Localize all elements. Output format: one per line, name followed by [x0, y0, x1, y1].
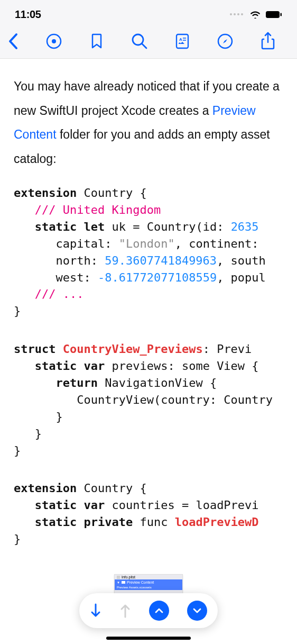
- svg-point-3: [52, 39, 56, 43]
- code-block-2: struct CountryView_Previews: Previ stati…: [14, 341, 283, 459]
- svg-line-5: [142, 44, 146, 48]
- status-bar: 11:05: [0, 0, 297, 26]
- svg-rect-6: [177, 34, 188, 48]
- compass-icon: [217, 33, 234, 50]
- next-button[interactable]: [187, 601, 207, 621]
- scroll-up-button: [119, 603, 131, 618]
- prev-button[interactable]: [149, 601, 169, 621]
- record-circle-icon: [45, 33, 62, 50]
- toolbar: A: [0, 26, 297, 59]
- reader-icon: A: [175, 33, 190, 50]
- cellular-dots-icon: [230, 13, 243, 15]
- thumb-text: Info.plist: [122, 575, 135, 579]
- code-block-3: extension Country { static var countries…: [14, 480, 283, 548]
- code-block-1: extension Country { /// United Kingdom s…: [14, 185, 283, 320]
- article-content: You may have already noticed that if you…: [0, 59, 297, 548]
- arrow-up-icon: [119, 603, 131, 618]
- compass-button[interactable]: [204, 33, 247, 50]
- svg-point-4: [133, 34, 143, 45]
- page-thumbnail[interactable]: Info.plist ▼Preview Content Preview Asse…: [114, 574, 183, 595]
- record-button[interactable]: [32, 33, 75, 50]
- home-indicator[interactable]: [106, 637, 191, 640]
- chevron-up-icon: [154, 607, 164, 614]
- bottom-controls: Info.plist ▼Preview Content Preview Asse…: [0, 574, 297, 644]
- share-icon: [261, 32, 275, 51]
- svg-rect-1: [281, 13, 282, 16]
- thumb-text: Preview Content: [127, 580, 154, 584]
- arrow-down-icon: [90, 603, 101, 618]
- svg-text:A: A: [179, 37, 182, 42]
- wifi-icon: [249, 10, 261, 19]
- reader-button[interactable]: A: [161, 33, 204, 50]
- chevron-left-icon: [7, 32, 19, 50]
- paragraph: You may have already noticed that if you…: [14, 75, 283, 171]
- bookmark-button[interactable]: [76, 33, 118, 50]
- status-indicators: [230, 10, 282, 19]
- svg-rect-0: [266, 11, 280, 18]
- thumb-text: Preview Assets.xcassets: [115, 585, 182, 590]
- scroll-down-button[interactable]: [90, 603, 101, 618]
- status-time: 11:05: [15, 8, 41, 21]
- back-button[interactable]: [7, 32, 32, 50]
- chevron-down-icon: [192, 607, 202, 614]
- bookmark-icon: [90, 33, 103, 50]
- search-icon: [131, 33, 148, 50]
- search-button[interactable]: [118, 33, 161, 50]
- share-button[interactable]: [247, 32, 290, 51]
- floating-nav-pill: [79, 593, 218, 628]
- battery-icon: [265, 11, 282, 19]
